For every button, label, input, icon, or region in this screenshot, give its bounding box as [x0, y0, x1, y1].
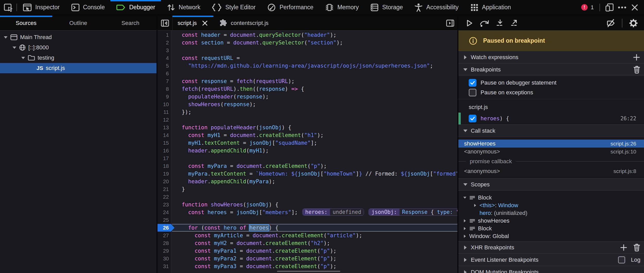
call-stack-header[interactable]: Call stack — [458, 125, 644, 137]
inline-preview-chip[interactable]: jsonObj:Response { type: "co — [369, 208, 457, 216]
scope-showheroes[interactable]: showHeroes — [458, 217, 644, 225]
sources-tab-sources[interactable]: Sources — [0, 16, 52, 30]
code-line-content[interactable]: const myPara3 = document.createElement("… — [172, 262, 457, 270]
scope-window-global[interactable]: Window: Global — [458, 232, 644, 240]
code-line-content[interactable]: const header = document.querySelector("h… — [172, 31, 457, 39]
chevron-down-icon[interactable] — [21, 55, 26, 60]
code-line-18[interactable]: 18 const myPara = document.createElement… — [158, 162, 457, 170]
code-line-19[interactable]: 19 myPara.textContent = `Hometown: ${jso… — [158, 170, 457, 178]
line-number[interactable]: 26 — [158, 224, 172, 232]
sources-tab-search[interactable]: Search — [104, 16, 156, 30]
tab-accessibility[interactable]: Accessibility — [408, 0, 464, 15]
call-stack-frame-showheroes[interactable]: showHeroesscript.js:26 — [458, 140, 644, 148]
code-line-content[interactable]: fetch(requestURL).then((response) => { — [172, 85, 457, 93]
code-line-27[interactable]: 27 const myArticle = document.createElem… — [158, 232, 457, 239]
code-line-5[interactable]: 5 "https://mdn.github.io/learning-area/j… — [158, 62, 457, 70]
line-number[interactable]: 30 — [158, 255, 172, 262]
collapse-sources-pane-button[interactable] — [158, 16, 172, 30]
expand-panes-button[interactable] — [443, 16, 457, 30]
checkbox[interactable] — [469, 79, 476, 87]
line-number[interactable]: 31 — [158, 262, 172, 270]
line-number[interactable]: 27 — [158, 232, 172, 239]
ignore-breakpoints-button[interactable] — [603, 16, 618, 31]
chevron-right-icon[interactable] — [462, 234, 468, 238]
line-number[interactable]: 2 — [158, 39, 172, 47]
chevron-down-icon[interactable] — [12, 45, 17, 50]
line-number[interactable]: 29 — [158, 247, 172, 255]
code-line-content[interactable]: const requestURL = — [172, 54, 457, 62]
error-count[interactable]: 1 — [591, 4, 594, 11]
tab-debugger[interactable]: Debugger — [110, 0, 161, 15]
breakpoint-checkbox[interactable] — [469, 115, 476, 122]
sources-tab-outline[interactable]: Outline — [52, 16, 105, 30]
code-line-22[interactable]: 22 — [158, 193, 457, 201]
code-line-16[interactable]: 16 header.appendChild(myH1); — [158, 147, 457, 154]
code-line-content[interactable]: "https://mdn.github.io/learning-area/jav… — [172, 62, 457, 70]
code-line-1[interactable]: 1const header = document.querySelector("… — [158, 31, 457, 39]
breakpoint-entry[interactable]: heroes) { 26:22 — [458, 113, 644, 124]
tab-inspector[interactable]: Inspector — [17, 0, 65, 15]
scope-block[interactable]: Block — [458, 225, 644, 232]
line-number[interactable]: 18 — [158, 162, 172, 170]
code-line-26[interactable]: 26 for (const hero of heroes) { — [158, 224, 457, 232]
xhr-breakpoints-header[interactable]: XHR Breakpoints — [458, 241, 644, 254]
breakpoint-source-heading[interactable]: script.js — [458, 99, 644, 113]
event-listener-breakpoints-header[interactable]: Event Listener Breakpoints Log — [458, 254, 644, 266]
code-line-6[interactable]: 6 — [158, 70, 457, 77]
debugger-settings-button[interactable] — [626, 16, 641, 31]
resume-button[interactable] — [462, 16, 477, 31]
code-line-content[interactable]: const heroes = jsonObj["members"];heroes… — [172, 208, 457, 216]
editor-tab-contentscript-js[interactable]: contentscript.js — [213, 16, 274, 30]
code-line-23[interactable]: 23function showHeroes(jsonObj) { — [158, 201, 457, 208]
code-line-9[interactable]: 9 populateHeader(response); — [158, 93, 457, 101]
code-line-content[interactable]: populateHeader(response); — [172, 93, 457, 101]
line-number[interactable]: 13 — [158, 124, 172, 131]
tree-item-testing[interactable]: testing — [0, 53, 156, 63]
tab-memory[interactable]: Memory — [319, 0, 364, 15]
tab-console[interactable]: Console — [65, 0, 110, 15]
code-line-12[interactable]: 12 — [158, 116, 457, 124]
step-out-button[interactable] — [507, 16, 522, 31]
code-line-content[interactable]: const response = fetch(requestURL); — [172, 77, 457, 85]
chevron-right-icon[interactable] — [462, 219, 468, 223]
code-line-content[interactable]: header.appendChild(myPara); — [172, 178, 457, 185]
code-line-2[interactable]: 2const section = document.querySelector(… — [158, 39, 457, 47]
editor-tab-script-js[interactable]: script.js — [172, 16, 213, 30]
line-number[interactable]: 20 — [158, 178, 172, 185]
code-line-content[interactable]: const section = document.querySelector("… — [172, 39, 457, 47]
code-line-content[interactable]: const myH1 = document.createElement("h1"… — [172, 131, 457, 139]
code-line-24[interactable]: 24 const heroes = jsonObj["members"];her… — [158, 208, 457, 216]
remove-all-breakpoints-button[interactable] — [633, 66, 640, 74]
code-line-content[interactable] — [172, 70, 457, 77]
line-number[interactable]: 15 — [158, 139, 172, 147]
line-number[interactable]: 22 — [158, 193, 172, 201]
line-number[interactable]: 7 — [158, 77, 172, 85]
chevron-down-icon[interactable] — [3, 35, 8, 40]
code-line-25[interactable]: 25 — [158, 216, 457, 224]
call-stack-frame--anonymous-[interactable]: <anonymous>script.js:8 — [458, 167, 644, 175]
code-line-29[interactable]: 29 const myPara1 = document.createElemen… — [158, 247, 457, 255]
line-number[interactable]: 17 — [158, 154, 172, 162]
code-line-content[interactable]: }); — [172, 108, 457, 116]
code-line-content[interactable] — [172, 193, 457, 201]
line-number[interactable]: 10 — [158, 101, 172, 108]
code-line-content[interactable]: header.appendChild(myH1); — [172, 147, 457, 154]
element-picker-button[interactable] — [0, 0, 16, 15]
line-number[interactable]: 4 — [158, 54, 172, 62]
code-line-21[interactable]: 21} — [158, 185, 457, 193]
breakpoints-header[interactable]: Breakpoints — [458, 63, 644, 76]
line-number[interactable]: 9 — [158, 93, 172, 101]
tab-network[interactable]: Network — [161, 0, 206, 15]
line-number[interactable]: 1 — [158, 31, 172, 39]
code-line-20[interactable]: 20 header.appendChild(myPara); — [158, 178, 457, 185]
breakpoint-option-pause-on-exceptions[interactable]: Pause on exceptions — [458, 88, 644, 97]
line-number[interactable]: 12 — [158, 116, 172, 124]
watch-expressions-header[interactable]: Watch expressions — [458, 51, 644, 63]
responsive-design-mode-button[interactable] — [603, 2, 616, 13]
code-line-content[interactable]: const myPara = document.createElement("p… — [172, 162, 457, 170]
error-badge-icon[interactable]: ! — [581, 4, 588, 11]
code-line-content[interactable] — [172, 216, 457, 224]
code-line-content[interactable]: myH1.textContent = jsonObj["squadName"]; — [172, 139, 457, 147]
line-number[interactable]: 28 — [158, 239, 172, 247]
tab-performance[interactable]: Performance — [261, 0, 319, 15]
